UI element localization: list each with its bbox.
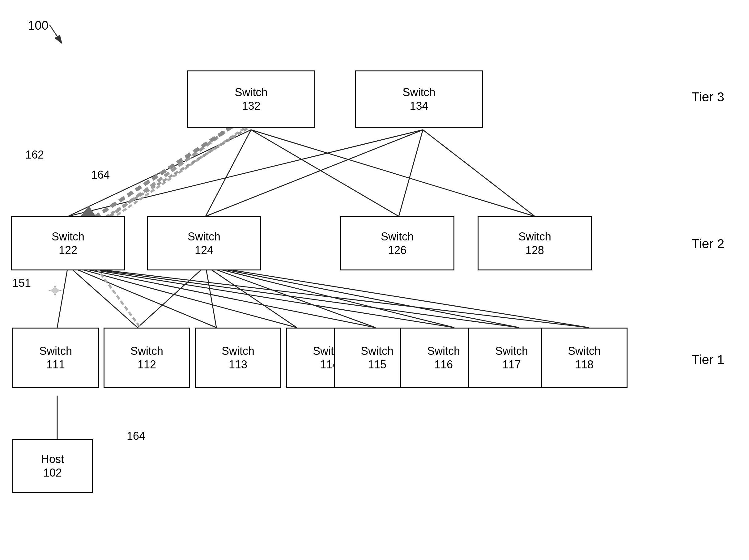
- svg-line-7: [206, 130, 423, 216]
- svg-line-22: [206, 266, 454, 328]
- ref-151: 151: [13, 277, 31, 289]
- switch-118: Switch 118: [541, 328, 627, 388]
- switch-112: Switch 112: [104, 328, 190, 388]
- svg-line-14: [68, 266, 376, 328]
- svg-line-3: [206, 130, 251, 216]
- svg-text:✦: ✦: [48, 281, 62, 300]
- svg-line-4: [251, 130, 399, 216]
- diagram: ✦ 100 Switch 132 Switch 134 Tier 3 Switc…: [0, 0, 749, 560]
- tier1-label: Tier 1: [691, 352, 724, 367]
- svg-line-10: [57, 266, 68, 328]
- switch-124: Switch 124: [147, 216, 261, 271]
- ref-164-top: 164: [91, 168, 110, 181]
- svg-line-5: [251, 130, 535, 216]
- svg-line-13: [68, 266, 297, 328]
- svg-line-32: [49, 25, 62, 43]
- ref-162: 162: [25, 148, 44, 161]
- switch-126: Switch 126: [340, 216, 454, 271]
- svg-line-16: [68, 266, 519, 328]
- ref-164-bot: 164: [127, 430, 145, 443]
- svg-line-17: [68, 266, 589, 328]
- switch-132: Switch 132: [187, 70, 315, 128]
- host-102: Host 102: [13, 439, 93, 493]
- tier3-label: Tier 3: [691, 90, 724, 105]
- svg-line-11: [68, 266, 137, 328]
- tier2-label: Tier 2: [691, 236, 724, 251]
- arrow-100: [28, 19, 74, 56]
- svg-line-12: [68, 266, 216, 328]
- svg-line-20: [206, 266, 297, 328]
- svg-line-15: [68, 266, 454, 328]
- switch-128: Switch 128: [477, 216, 592, 271]
- switch-111: Switch 111: [13, 328, 99, 388]
- svg-line-24: [206, 266, 589, 328]
- svg-line-30: [93, 263, 139, 326]
- svg-line-8: [399, 130, 423, 216]
- svg-line-6: [68, 130, 423, 216]
- switch-113: Switch 113: [195, 328, 281, 388]
- switch-122: Switch 122: [11, 216, 125, 271]
- switch-134: Switch 134: [355, 70, 483, 128]
- svg-line-9: [423, 130, 535, 216]
- svg-line-23: [206, 266, 519, 328]
- svg-line-21: [206, 266, 376, 328]
- svg-line-19: [206, 266, 216, 328]
- svg-line-18: [137, 266, 206, 328]
